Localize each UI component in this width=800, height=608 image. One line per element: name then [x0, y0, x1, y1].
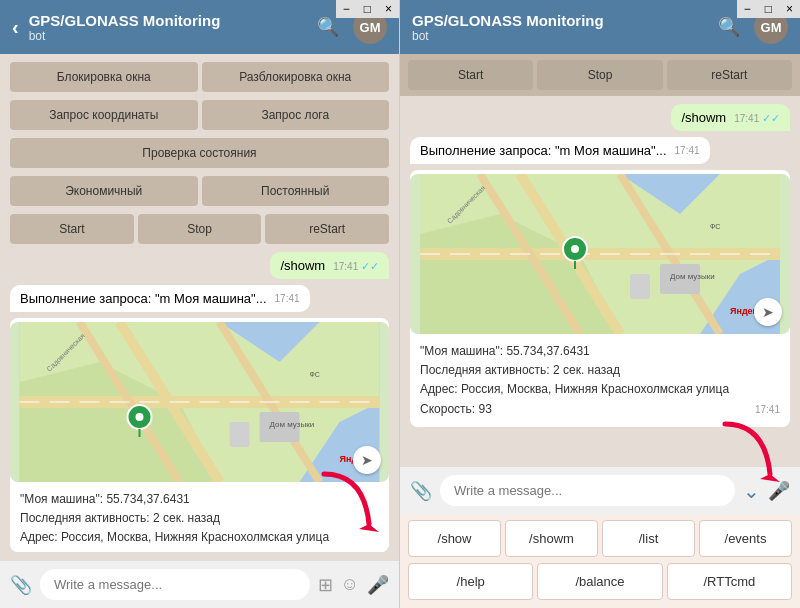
request-coords-button[interactable]: Запрос координаты	[10, 100, 198, 130]
economy-button[interactable]: Экономичный	[10, 176, 198, 206]
start-button-right[interactable]: Start	[408, 60, 533, 90]
svg-marker-17	[359, 524, 379, 532]
request-log-button[interactable]: Запрос лога	[202, 100, 390, 130]
cmd-row-1: /show /showm /list /events	[408, 520, 792, 557]
keyboard-row-4: Экономичный Постоянный	[10, 176, 389, 206]
maximize-button[interactable]: □	[357, 0, 378, 18]
location-name-right: "Моя машина": 55.734,37.6431	[420, 342, 780, 361]
right-maximize-button[interactable]: □	[758, 0, 779, 18]
rttcmd-cmd-button[interactable]: /RTTcmd	[667, 563, 792, 600]
right-panel: − □ × GPS/GLONASS Monitoring bot 🔍 GM St…	[400, 0, 800, 608]
emoji-icon-left[interactable]: ☺	[341, 574, 359, 595]
left-input-area: 📎 ⊞ ☺ 🎤	[0, 560, 399, 608]
left-header-subtitle: bot	[29, 29, 307, 43]
bottom-keyboard-right: /show /showm /list /events /help /balanc…	[400, 514, 800, 608]
show-cmd-button[interactable]: /show	[408, 520, 501, 557]
keyboard-row-5: Start Stop reStart	[10, 214, 389, 244]
arrow-indicator-right	[715, 414, 785, 498]
list-cmd-button[interactable]: /list	[602, 520, 695, 557]
svg-rect-27	[630, 274, 650, 299]
location-speed-left: Скорость: 93 17:41	[20, 548, 379, 552]
left-header-title: GPS/GLONASS Monitoring	[29, 12, 307, 29]
msg-out-showm-right: /showm 17:41 ✓✓	[671, 104, 790, 131]
stop-button-left[interactable]: Stop	[138, 214, 262, 244]
restart-button-right[interactable]: reStart	[667, 60, 792, 90]
help-cmd-button[interactable]: /help	[408, 563, 533, 600]
showm-cmd-button[interactable]: /showm	[505, 520, 598, 557]
grid-icon-left[interactable]: ⊞	[318, 574, 333, 596]
svg-point-33	[571, 245, 579, 253]
share-button-right[interactable]: ➤	[754, 298, 782, 326]
right-header-subtitle: bot	[412, 29, 708, 43]
location-activity-right: Последняя активность: 2 сек. назад	[420, 361, 780, 380]
map-message-right: Дом музыки ФС Яндекс Садовническая ➤ "Мо…	[410, 170, 790, 427]
stop-button-right[interactable]: Stop	[537, 60, 662, 90]
msg-out-text-left: /showm	[280, 258, 325, 273]
msg-in-text-right: Выполнение запроса: "m Моя машина"...	[420, 143, 667, 158]
msg-in-right: Выполнение запроса: "m Моя машина"... 17…	[410, 137, 710, 164]
svg-point-15	[136, 413, 144, 421]
arrow-indicator-left	[314, 464, 384, 548]
right-header-title: GPS/GLONASS Monitoring	[412, 12, 708, 29]
search-icon[interactable]: 🔍	[317, 16, 339, 38]
close-button[interactable]: ×	[378, 0, 399, 18]
right-top-keyboard: Start Stop reStart	[400, 54, 800, 96]
right-window-controls: − □ ×	[737, 0, 800, 18]
mic-icon-left[interactable]: 🎤	[367, 574, 389, 596]
svg-marker-35	[760, 474, 780, 482]
attachment-icon-right[interactable]: 📎	[410, 480, 432, 502]
msg-out-showm-left: /showm 17:41 ✓✓	[270, 252, 389, 279]
svg-text:Дом музыки: Дом музыки	[670, 272, 715, 281]
keyboard-row-2: Запрос координаты Запрос лога	[10, 100, 389, 130]
back-icon[interactable]: ‹	[12, 16, 19, 39]
right-search-icon[interactable]: 🔍	[718, 16, 740, 38]
attachment-icon-left[interactable]: 📎	[10, 574, 32, 596]
events-cmd-button[interactable]: /events	[699, 520, 792, 557]
window-controls: − □ ×	[336, 0, 399, 18]
unblock-window-button[interactable]: Разблокировка окна	[202, 62, 390, 92]
msg-in-text-left: Выполнение запроса: "m Моя машина"...	[20, 291, 267, 306]
svg-text:ФС: ФС	[710, 223, 720, 230]
restart-button-left[interactable]: reStart	[265, 214, 389, 244]
right-minimize-button[interactable]: −	[737, 0, 758, 18]
message-input-right[interactable]	[440, 475, 735, 506]
svg-text:Дом музыки: Дом музыки	[270, 420, 315, 429]
svg-text:ФС: ФС	[310, 371, 320, 378]
block-window-button[interactable]: Блокировка окна	[10, 62, 198, 92]
svg-rect-9	[230, 422, 250, 447]
right-close-button[interactable]: ×	[779, 0, 800, 18]
map-left: Дом музыки ФС Яндекс Садовническая ➤	[10, 322, 389, 482]
msg-in-left: Выполнение запроса: "m Моя машина"... 17…	[10, 285, 310, 312]
balance-cmd-button[interactable]: /balance	[537, 563, 662, 600]
location-info-right: "Моя машина": 55.734,37.6431 Последняя а…	[410, 334, 790, 427]
message-input-left[interactable]	[40, 569, 310, 600]
minimize-button[interactable]: −	[336, 0, 357, 18]
start-button-left[interactable]: Start	[10, 214, 134, 244]
check-state-button[interactable]: Проверка состояния	[10, 138, 389, 168]
keyboard-row-1: Блокировка окна Разблокировка окна	[10, 62, 389, 92]
cmd-row-2: /help /balance /RTTcmd	[408, 563, 792, 600]
location-address-right: Адрес: Россия, Москва, Нижняя Краснохолм…	[420, 380, 780, 399]
msg-out-text-right: /showm	[681, 110, 726, 125]
right-chat-area: /showm 17:41 ✓✓ Выполнение запроса: "m М…	[400, 96, 800, 466]
keyboard-row-3: Проверка состояния	[10, 138, 389, 168]
constant-button[interactable]: Постоянный	[202, 176, 390, 206]
left-panel: − □ × ‹ GPS/GLONASS Monitoring bot 🔍 GM …	[0, 0, 400, 608]
map-right: Дом музыки ФС Яндекс Садовническая ➤	[410, 174, 790, 334]
